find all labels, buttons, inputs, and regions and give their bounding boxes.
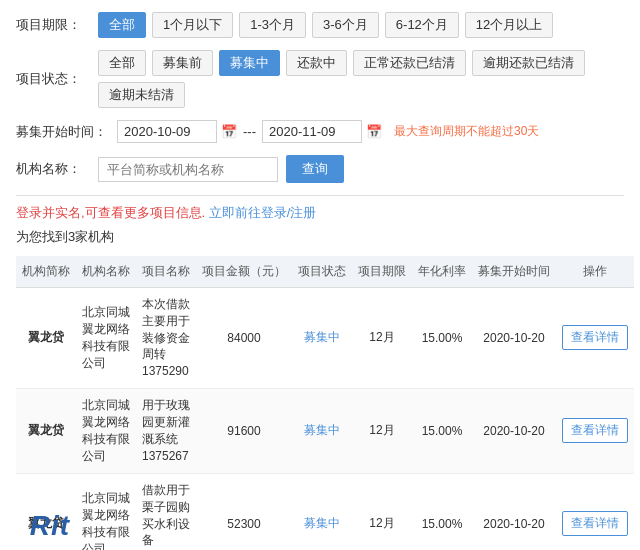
org-search-label: 机构名称： <box>16 160 88 178</box>
cell-status: 募集中 <box>292 388 352 473</box>
col-rate: 年化利率 <box>412 256 472 288</box>
col-project: 项目名称 <box>136 256 196 288</box>
col-org: 机构名称 <box>76 256 136 288</box>
status-btn-normal-cleared[interactable]: 正常还款已结清 <box>353 50 466 76</box>
bottom-logo: Rit <box>0 502 100 550</box>
cell-project: 本次借款主要用于装修资金周转1375290 <box>136 288 196 389</box>
cell-action: 查看详情 <box>556 388 634 473</box>
cell-period: 12月 <box>352 388 412 473</box>
status-filter-label: 项目状态： <box>16 70 88 88</box>
cell-period: 12月 <box>352 473 412 550</box>
cell-start: 2020-10-20 <box>472 473 556 550</box>
table-row: 翼龙贷 北京同城翼龙网络科技有限公司 用于玫瑰园更新灌溉系统1375267 91… <box>16 388 634 473</box>
cell-action: 查看详情 <box>556 473 634 550</box>
period-filter-label: 项目期限： <box>16 16 88 34</box>
period-btn-1-3m[interactable]: 1-3个月 <box>239 12 306 38</box>
cell-start: 2020-10-20 <box>472 388 556 473</box>
cell-project: 借款用于栗子园购买水利设备1375278 <box>136 473 196 550</box>
date-hint-text: 最大查询周期不能超过30天 <box>394 123 539 140</box>
view-detail-button[interactable]: 查看详情 <box>562 418 628 443</box>
result-count: 为您找到3家机构 <box>16 228 624 246</box>
date-separator: --- <box>243 124 256 139</box>
col-period: 项目期限 <box>352 256 412 288</box>
calendar-end-icon[interactable]: 📅 <box>366 124 382 140</box>
period-btn-3-6m[interactable]: 3-6个月 <box>312 12 379 38</box>
cell-start: 2020-10-20 <box>472 288 556 389</box>
cell-status: 募集中 <box>292 288 352 389</box>
cell-org: 北京同城翼龙网络科技有限公司 <box>76 388 136 473</box>
period-btn-1m[interactable]: 1个月以下 <box>152 12 233 38</box>
cell-status: 募集中 <box>292 473 352 550</box>
cell-amount: 52300 <box>196 473 292 550</box>
period-filter-options: 全部 1个月以下 1-3个月 3-6个月 6-12个月 12个月以上 <box>98 12 553 38</box>
table-row: 翼龙贷 北京同城翼龙网络科技有限公司 本次借款主要用于装修资金周转1375290… <box>16 288 634 389</box>
cell-amount: 91600 <box>196 388 292 473</box>
org-search-input[interactable] <box>98 157 278 182</box>
cell-project: 用于玫瑰园更新灌溉系统1375267 <box>136 388 196 473</box>
date-filter-label: 募集开始时间： <box>16 123 107 141</box>
login-tip-text: 登录并实名,可查看更多项目信息. <box>16 205 205 220</box>
cell-short: 翼龙贷 <box>16 388 76 473</box>
col-status: 项目状态 <box>292 256 352 288</box>
table-row: 翼龙贷 北京同城翼龙网络科技有限公司 借款用于栗子园购买水利设备1375278 … <box>16 473 634 550</box>
view-detail-button[interactable]: 查看详情 <box>562 511 628 536</box>
col-action: 操作 <box>556 256 634 288</box>
cell-action: 查看详情 <box>556 288 634 389</box>
cell-rate: 15.00% <box>412 288 472 389</box>
cell-org: 北京同城翼龙网络科技有限公司 <box>76 288 136 389</box>
status-btn-overdue-pending[interactable]: 逾期未结清 <box>98 82 185 108</box>
status-btn-repaying[interactable]: 还款中 <box>286 50 347 76</box>
col-short: 机构简称 <box>16 256 76 288</box>
cell-rate: 15.00% <box>412 388 472 473</box>
period-btn-12m[interactable]: 12个月以上 <box>465 12 553 38</box>
cell-amount: 84000 <box>196 288 292 389</box>
col-amount: 项目金额（元） <box>196 256 292 288</box>
login-link[interactable]: 立即前往登录/注册 <box>209 205 317 220</box>
rit-logo-text: Rit <box>30 510 70 542</box>
cell-rate: 15.00% <box>412 473 472 550</box>
login-tip: 登录并实名,可查看更多项目信息. 立即前往登录/注册 <box>16 204 624 222</box>
date-end-input[interactable] <box>262 120 362 143</box>
col-start: 募集开始时间 <box>472 256 556 288</box>
date-start-input[interactable] <box>117 120 217 143</box>
table-header-row: 机构简称 机构名称 项目名称 项目金额（元） 项目状态 项目期限 年化利率 募集… <box>16 256 634 288</box>
calendar-start-icon[interactable]: 📅 <box>221 124 237 140</box>
status-btn-all[interactable]: 全部 <box>98 50 146 76</box>
results-table: 机构简称 机构名称 项目名称 项目金额（元） 项目状态 项目期限 年化利率 募集… <box>16 256 634 550</box>
cell-period: 12月 <box>352 288 412 389</box>
period-btn-6-12m[interactable]: 6-12个月 <box>385 12 459 38</box>
status-btn-before[interactable]: 募集前 <box>152 50 213 76</box>
divider <box>16 195 624 196</box>
search-button[interactable]: 查询 <box>286 155 344 183</box>
cell-short: 翼龙贷 <box>16 288 76 389</box>
view-detail-button[interactable]: 查看详情 <box>562 325 628 350</box>
period-btn-all[interactable]: 全部 <box>98 12 146 38</box>
status-btn-raising[interactable]: 募集中 <box>219 50 280 76</box>
status-btn-overdue-cleared[interactable]: 逾期还款已结清 <box>472 50 585 76</box>
status-filter-options: 全部 募集前 募集中 还款中 正常还款已结清 逾期还款已结清 逾期未结清 <box>98 50 624 108</box>
